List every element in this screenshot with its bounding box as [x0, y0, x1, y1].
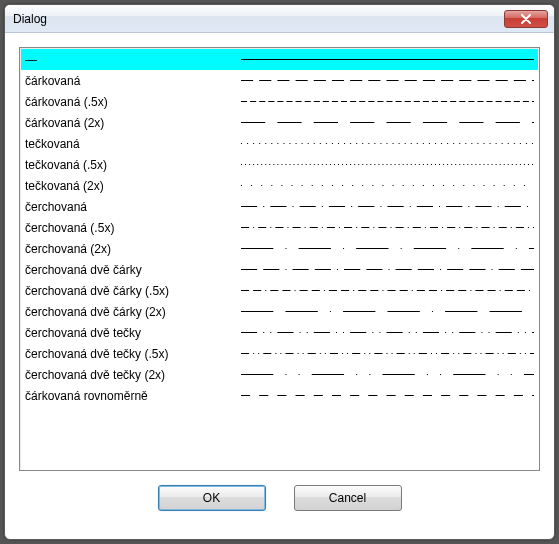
list-item-label: čárkovaná — [25, 74, 241, 88]
close-button[interactable] — [504, 10, 548, 28]
list-item-preview — [241, 385, 534, 406]
list-item[interactable]: tečkovaná — [21, 133, 538, 154]
list-item[interactable]: čerchovaná (.5x) — [21, 217, 538, 238]
list-item[interactable]: čerchovaná — [21, 196, 538, 217]
list-item-label: tečkovaná — [25, 137, 241, 151]
list-item[interactable]: tečkovaná (.5x) — [21, 154, 538, 175]
button-bar: OK Cancel — [19, 471, 540, 525]
titlebar: Dialog — [5, 5, 554, 33]
list-item-preview — [241, 91, 534, 112]
list-item-preview — [241, 70, 534, 91]
list-item-preview — [241, 49, 534, 70]
list-item[interactable]: čárkovaná (2x) — [21, 112, 538, 133]
list-item-label: — — [25, 53, 241, 67]
list-item-label: čerchovaná dvě tečky — [25, 326, 241, 340]
list-item-preview — [241, 175, 534, 196]
list-item[interactable]: tečkovaná (2x) — [21, 175, 538, 196]
list-item-label: čerchovaná (2x) — [25, 242, 241, 256]
list-item[interactable]: čerchovaná dvě tečky (.5x) — [21, 343, 538, 364]
list-item-preview — [241, 133, 534, 154]
list-item-label: tečkovaná (.5x) — [25, 158, 241, 172]
list-item-label: čárkovaná (2x) — [25, 116, 241, 130]
list-item-label: čerchovaná dvě tečky (.5x) — [25, 347, 241, 361]
list-item-preview — [241, 343, 534, 364]
cancel-button[interactable]: Cancel — [294, 485, 402, 511]
list-item-preview — [241, 217, 534, 238]
list-item-preview — [241, 364, 534, 385]
list-item[interactable]: čerchovaná dvě tečky (2x) — [21, 364, 538, 385]
list-item[interactable]: čerchovaná (2x) — [21, 238, 538, 259]
list-item[interactable]: čárkovaná (.5x) — [21, 91, 538, 112]
list-item-label: tečkovaná (2x) — [25, 179, 241, 193]
list-item[interactable]: — — [21, 49, 538, 70]
list-item-label: čerchovaná (.5x) — [25, 221, 241, 235]
dialog-content: —čárkovanáčárkovaná (.5x)čárkovaná (2x)t… — [5, 33, 554, 539]
line-style-listbox[interactable]: —čárkovanáčárkovaná (.5x)čárkovaná (2x)t… — [19, 47, 540, 471]
list-item-preview — [241, 154, 534, 175]
list-item-label: čerchovaná dvě čárky — [25, 263, 241, 277]
list-item-label: čerchovaná — [25, 200, 241, 214]
list-item-preview — [241, 280, 534, 301]
list-item-label: čárkovaná (.5x) — [25, 95, 241, 109]
list-item-preview — [241, 112, 534, 133]
ok-button-label: OK — [203, 491, 220, 505]
list-item[interactable]: čárkovaná rovnoměrně — [21, 385, 538, 406]
ok-button[interactable]: OK — [158, 485, 266, 511]
close-icon — [520, 14, 532, 24]
list-item[interactable]: čerchovaná dvě tečky — [21, 322, 538, 343]
list-item[interactable]: čerchovaná dvě čárky — [21, 259, 538, 280]
list-item-label: čárkovaná rovnoměrně — [25, 389, 241, 403]
dialog-window: Dialog —čárkovanáčárkovaná (.5x)čárkovan… — [4, 4, 555, 540]
cancel-button-label: Cancel — [329, 491, 366, 505]
list-item-preview — [241, 196, 534, 217]
list-item-preview — [241, 259, 534, 280]
list-item[interactable]: čárkovaná — [21, 70, 538, 91]
list-item-preview — [241, 301, 534, 322]
list-item-preview — [241, 238, 534, 259]
list-item-label: čerchovaná dvě čárky (.5x) — [25, 284, 241, 298]
list-item[interactable]: čerchovaná dvě čárky (.5x) — [21, 280, 538, 301]
list-item[interactable]: čerchovaná dvě čárky (2x) — [21, 301, 538, 322]
list-item-label: čerchovaná dvě tečky (2x) — [25, 368, 241, 382]
list-item-label: čerchovaná dvě čárky (2x) — [25, 305, 241, 319]
window-title: Dialog — [13, 12, 504, 26]
list-item-preview — [241, 322, 534, 343]
